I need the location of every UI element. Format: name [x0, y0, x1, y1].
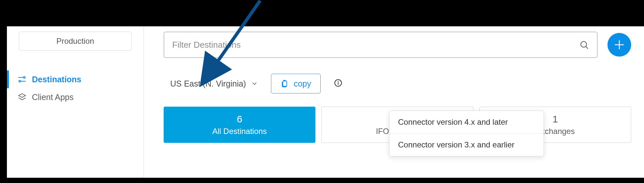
client-apps-icon [17, 92, 27, 102]
region-row: US East (N. Virginia) copy [164, 74, 631, 93]
region-label: US East (N. Virginia) [170, 79, 246, 89]
region-selector[interactable]: US East (N. Virginia) [170, 79, 258, 89]
destinations-icon [17, 75, 27, 84]
filter-input-wrapper[interactable] [164, 32, 598, 58]
copy-button-label: copy [294, 79, 311, 89]
info-icon[interactable] [334, 79, 342, 89]
sidebar-item-destinations[interactable]: Destinations [7, 70, 144, 88]
sidebar-nav: Destinations Client Apps [7, 70, 144, 106]
environment-selector[interactable]: Production [19, 32, 132, 51]
svg-point-6 [338, 81, 339, 82]
filter-destinations-input[interactable] [172, 40, 579, 50]
copy-dropdown-menu: Connector version 4.x and later Connecto… [389, 111, 544, 156]
main-panel: US East (N. Virginia) copy [144, 26, 644, 178]
svg-point-0 [23, 77, 25, 78]
copy-option-label: Connector version 3.x and earlier [398, 140, 515, 149]
svg-rect-3 [283, 81, 287, 86]
add-destination-button[interactable] [607, 33, 631, 57]
search-icon [579, 40, 589, 50]
filter-row [164, 32, 631, 58]
copy-connection-button[interactable]: copy [271, 74, 321, 93]
card-label: All Destinations [212, 127, 267, 136]
sidebar: Production Destinations [7, 26, 144, 178]
copy-option-v4-later[interactable]: Connector version 4.x and later [389, 111, 544, 133]
sidebar-item-client-apps[interactable]: Client Apps [7, 88, 144, 106]
copy-option-v3-earlier[interactable]: Connector version 3.x and earlier [389, 133, 544, 156]
card-all-destinations[interactable]: 6 All Destinations [164, 107, 315, 143]
environment-label: Production [56, 37, 94, 46]
copy-option-label: Connector version 4.x and later [398, 118, 508, 126]
app-frame: Production Destinations [7, 26, 644, 178]
card-count: 6 [237, 114, 242, 125]
plus-icon [613, 39, 626, 51]
chevron-down-icon [251, 80, 258, 87]
svg-rect-5 [338, 82, 338, 85]
card-count: 1 [552, 114, 558, 125]
svg-point-2 [581, 41, 587, 47]
sidebar-item-label: Destinations [32, 75, 81, 84]
svg-point-1 [19, 80, 20, 82]
clipboard-icon [281, 80, 288, 88]
sidebar-item-label: Client Apps [32, 92, 73, 102]
